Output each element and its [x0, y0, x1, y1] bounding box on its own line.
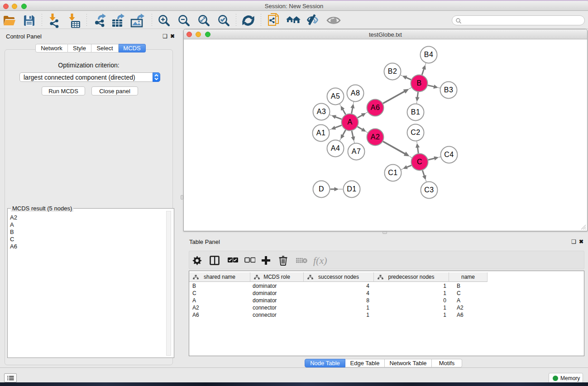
svg-text:A4: A4 — [331, 144, 340, 152]
svg-text:D: D — [319, 185, 324, 193]
svg-text:A7: A7 — [352, 148, 361, 155]
svg-text:A1: A1 — [316, 129, 326, 137]
svg-text:C3: C3 — [424, 186, 434, 194]
svg-text:B4: B4 — [424, 51, 434, 58]
svg-text:A2: A2 — [371, 133, 380, 141]
svg-text:D1: D1 — [347, 185, 356, 193]
svg-text:B2: B2 — [388, 67, 397, 75]
svg-text:A8: A8 — [351, 89, 360, 97]
svg-text:A5: A5 — [331, 92, 340, 100]
svg-text:A: A — [347, 118, 352, 126]
svg-text:B: B — [416, 79, 421, 87]
svg-text:B1: B1 — [411, 108, 421, 116]
svg-text:A6: A6 — [371, 104, 380, 111]
svg-text:C1: C1 — [388, 169, 397, 176]
svg-text:C4: C4 — [444, 151, 454, 158]
svg-text:C2: C2 — [411, 129, 420, 136]
svg-text:C: C — [417, 158, 422, 166]
svg-text:A3: A3 — [317, 108, 326, 115]
svg-text:B3: B3 — [444, 86, 454, 94]
svg-text:f(x): f(x) — [313, 255, 327, 266]
